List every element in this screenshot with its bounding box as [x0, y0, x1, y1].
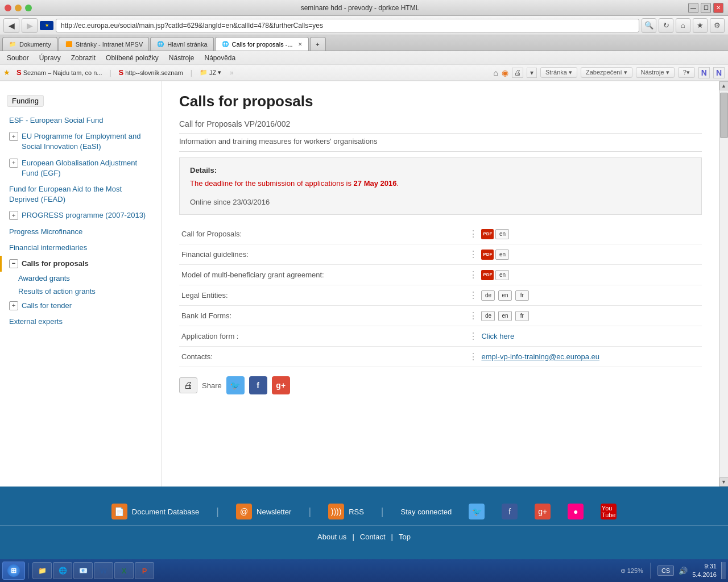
bank-de-btn[interactable]: de [481, 311, 495, 321]
footer-contact-link[interactable]: Contact [360, 533, 386, 541]
sidebar-item-egf[interactable]: + European Globalisation Adjustment Fund… [0, 155, 162, 181]
progress-expand-icon[interactable]: + [9, 211, 18, 220]
sidebar-item-esf[interactable]: ESF - European Social Fund [0, 113, 162, 128]
appform-click-link[interactable]: Click here [481, 332, 514, 340]
calls-expand-icon[interactable]: − [9, 259, 18, 268]
menu-soubor[interactable]: Soubor [2, 53, 34, 63]
call-pdf-link[interactable]: PDF en [481, 229, 510, 239]
twitter-share-button[interactable]: 🐦 [226, 376, 245, 394]
bookmark-folder-icon: 📁 [200, 69, 208, 76]
sidebar-sub-results[interactable]: Results of action grants [0, 285, 162, 298]
call-en-btn[interactable]: en [495, 229, 509, 239]
footer-about-link[interactable]: About us [317, 533, 346, 541]
sidebar-item-progress[interactable]: + PROGRESS programme (2007-2013) [0, 207, 162, 223]
model-en-btn[interactable]: en [495, 270, 509, 280]
tab-hlavni[interactable]: 🌐 Hlavní stránka [150, 37, 213, 51]
menu-upravy[interactable]: Úpravy [35, 53, 65, 63]
tab-intranet[interactable]: 🟧 Stránky - Intranet MPSV [59, 37, 150, 51]
footer-document-db[interactable]: 📄 Document Database [111, 504, 200, 519]
sidebar-item-tender[interactable]: + Calls for tender [0, 298, 162, 314]
search-button[interactable]: 🔍 [642, 18, 656, 33]
contacts-email-link[interactable]: empl-vp-info-training@ec.europa.eu [481, 352, 599, 361]
google-share-button[interactable]: g+ [272, 376, 290, 394]
nastroje-right-btn[interactable]: Nástroje ▾ [636, 67, 675, 78]
n-btn1[interactable]: N [698, 67, 710, 78]
share-label: Share [202, 381, 222, 390]
legal-en-btn[interactable]: en [498, 290, 512, 301]
call-label: Call for Proposals: [179, 224, 466, 244]
back-button[interactable]: ◀ [3, 18, 19, 33]
sidebar-item-microfinance[interactable]: Progress Microfinance [0, 224, 162, 240]
tab-favicon-intranet: 🟧 [65, 40, 73, 48]
n-btn2[interactable]: N [713, 67, 725, 78]
print-button[interactable]: 🖨 [179, 377, 197, 393]
easi-expand-icon[interactable]: + [9, 132, 18, 141]
menu-nastroje[interactable]: Nástroje [164, 53, 199, 63]
address-bar[interactable]: http://ec.europa.eu/social/main.jsp?catI… [56, 19, 639, 32]
footer-google-icon[interactable]: g+ [535, 504, 551, 519]
close-button[interactable]: ✕ [713, 3, 723, 13]
scroll-up-button[interactable]: ▲ [719, 81, 729, 90]
tender-expand-icon[interactable]: + [9, 301, 18, 310]
bookmark-slovnik[interactable]: S http--slovník.seznam [115, 66, 187, 78]
minimize-dot[interactable] [15, 5, 22, 11]
footer-youtube-icon[interactable]: YouTube [601, 504, 617, 519]
tab-close-calls[interactable]: ✕ [298, 41, 303, 47]
favorites-button[interactable]: ★ [693, 18, 708, 33]
footer-twitter-icon[interactable]: 🐦 [469, 504, 485, 519]
table-row-legal: Legal Entities: ⋮ de en fr [179, 285, 702, 306]
home-icon-right[interactable]: ⌂ [494, 68, 498, 77]
refresh-button[interactable]: ↻ [659, 18, 673, 33]
sidebar-title: Funding [7, 95, 44, 107]
sidebar-sub-awarded[interactable]: Awarded grants [0, 272, 162, 285]
sidebar-item-easi[interactable]: + EU Programme for Employment and Social… [0, 128, 162, 155]
tab-calls[interactable]: 🌐 Calls for proposals -... ✕ [215, 37, 309, 51]
menu-zobrazit[interactable]: Zobrazit [67, 53, 100, 63]
footer-rss[interactable]: )))) RSS [328, 504, 364, 519]
sidebar-item-calls[interactable]: − Calls for proposals [0, 256, 162, 272]
print-btn-right[interactable]: ▾ [527, 68, 537, 78]
model-pdf-link[interactable]: PDF en [481, 270, 510, 280]
sidebar-item-fead[interactable]: Fund for European Aid to the Most Depriv… [0, 181, 162, 207]
scroll-thumb[interactable] [720, 93, 728, 138]
egf-expand-icon[interactable]: + [9, 159, 18, 168]
tab-dokumenty[interactable]: 📁 Dokumenty [2, 37, 57, 51]
minimize-button[interactable]: — [688, 3, 698, 13]
menu-napoveda[interactable]: Nápověda [200, 53, 241, 63]
print-icon-right[interactable]: 🖨 [512, 68, 523, 78]
bank-fr-btn[interactable]: fr [515, 311, 529, 321]
stránka-btn[interactable]: Stránka ▾ [540, 67, 577, 78]
home-button[interactable]: ⌂ [676, 18, 690, 33]
zabezpeceni-btn[interactable]: Zabezpečení ▾ [581, 67, 632, 78]
maximize-button[interactable]: ☐ [701, 3, 711, 13]
bank-en-btn[interactable]: en [498, 311, 512, 321]
financial-pdf-link[interactable]: PDF en [481, 250, 510, 260]
legal-de-btn[interactable]: de [481, 290, 495, 301]
table-row-call: Call for Proposals: ⋮ PDF en [179, 224, 702, 244]
legal-fr-btn[interactable]: fr [515, 290, 529, 301]
rss-icon-right[interactable]: ◉ [502, 68, 508, 77]
financial-en-btn[interactable]: en [495, 250, 509, 260]
footer-bottom-sep2: | [391, 533, 393, 541]
bookmark-jz[interactable]: 📁 JZ ▾ [196, 67, 225, 78]
close-dot[interactable] [5, 5, 11, 11]
facebook-share-button[interactable]: f [249, 376, 267, 394]
bookmark-s2-icon: S [119, 68, 124, 77]
tab-new[interactable]: + [310, 37, 326, 51]
bank-label: Bank Id Forms: [179, 306, 466, 326]
forward-button[interactable]: ▶ [22, 18, 38, 33]
footer-flickr-icon[interactable]: ● [568, 504, 584, 519]
menu-oblibene[interactable]: Oblíbené položky [101, 53, 163, 63]
footer-top-link[interactable]: Top [399, 533, 411, 541]
sidebar-item-intermediaries[interactable]: Financial intermediaries [0, 240, 162, 256]
footer-facebook-icon[interactable]: f [502, 504, 518, 519]
table-row-contacts: Contacts: ⋮ empl-vp-info-training@ec.eur… [179, 347, 702, 367]
tools-button[interactable]: ⚙ [710, 18, 725, 33]
footer-newsletter[interactable]: @ Newsletter [236, 504, 291, 519]
scroll-down-button[interactable]: ▼ [719, 477, 729, 487]
bookmark-seznam[interactable]: S Seznam – Najdu tam, co n... [13, 66, 106, 78]
scrollbar[interactable]: ▲ ▼ [719, 81, 728, 487]
sidebar-item-experts[interactable]: External experts [0, 314, 162, 330]
maximize-dot[interactable] [25, 5, 32, 11]
help-btn[interactable]: ?▾ [678, 67, 695, 78]
